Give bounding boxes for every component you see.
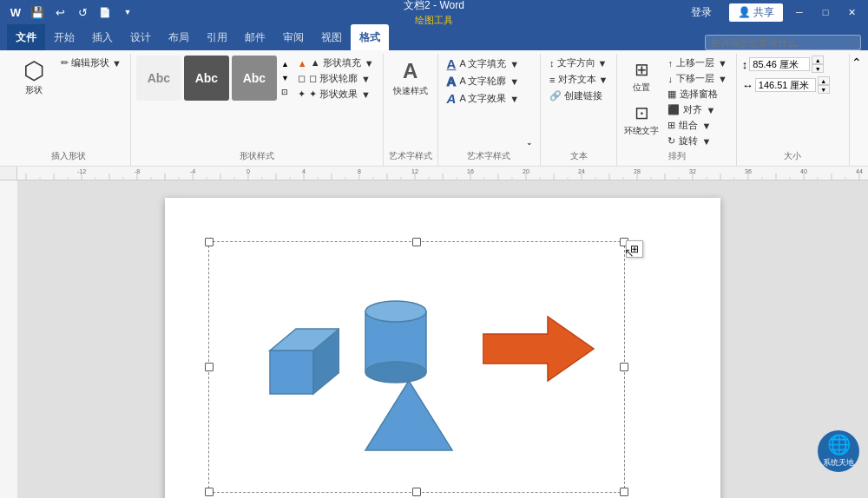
bring-forward-button[interactable]: ↑ 上移一层 ▼ (664, 56, 730, 70)
bring-forward-icon: ↑ (667, 58, 673, 69)
tab-insert[interactable]: 插入 (83, 24, 122, 50)
quick-style-label: 快速样式 (393, 85, 428, 97)
shape-icon: ⬡ (23, 59, 44, 83)
share-icon: 👤 (738, 6, 751, 18)
document-title: 文档2 - Word (404, 0, 464, 13)
text-fill-button[interactable]: A A 文字填充 ▼ (444, 56, 523, 72)
width-decrement-button[interactable]: ▼ (818, 85, 830, 94)
selection-pane-button[interactable]: ▦ 选择窗格 (664, 87, 730, 102)
wrap-text-button[interactable]: ⊡ 环绕文字 (622, 99, 661, 141)
height-decrement-button[interactable]: ▼ (812, 64, 824, 73)
ruler-ticks: -12-8-4048121620242832364044 (17, 167, 868, 180)
tab-format[interactable]: 格式 (351, 24, 389, 50)
tab-home[interactable]: 开始 (45, 24, 83, 50)
group-shape-style: Abc Abc Abc ▲ ▼ ⊡ ▲ (131, 54, 384, 166)
shape-triangle[interactable] (361, 377, 457, 457)
shape-effect-icon: ✦ (298, 88, 306, 100)
quick-style-button[interactable]: A 快速样式 (389, 56, 432, 101)
selection-box[interactable]: ⊞ ↖ (208, 241, 625, 493)
text-align-button[interactable]: ≡ 对齐文本 ▼ (546, 72, 611, 87)
svg-text:32: 32 (689, 168, 696, 174)
content-wrapper: ⊞ ↖ 🌐 系统天地 (0, 180, 868, 498)
word-icon: W (7, 3, 24, 21)
customize-qat-button[interactable]: ▼ (118, 3, 137, 22)
layer-col: ↑ 上移一层 ▼ ↓ 下移一层 ▼ ▦ 选择窗格 ⬛ (664, 56, 730, 148)
shape-effect-button[interactable]: ✦ ✦ 形状效果 ▼ (294, 87, 378, 102)
rotate-button[interactable]: ↻ 旋转 ▼ (664, 134, 730, 148)
maximize-button[interactable]: □ (816, 3, 835, 21)
watermark-text: 系统天地 (823, 457, 854, 469)
shape-fill-button[interactable]: ▲ ▲ 形状填充 ▼ (294, 56, 378, 70)
tab-mail[interactable]: 邮件 (236, 24, 274, 50)
handle-tl[interactable] (205, 238, 214, 246)
shape-outline-button[interactable]: ◻ ◻ 形状轮廓 ▼ (294, 71, 378, 86)
handle-tc[interactable] (412, 238, 421, 246)
tab-view[interactable]: 视图 (312, 24, 351, 50)
handle-bc[interactable] (412, 488, 421, 496)
svg-rect-77 (0, 180, 17, 498)
pos-wrap-col: ⊞ 位置 ⊡ 环绕文字 (622, 56, 661, 141)
handle-ml[interactable] (205, 363, 214, 371)
width-input[interactable] (755, 78, 816, 92)
style-nav: ▲ ▼ ⊡ (279, 58, 291, 98)
ruler-corner (0, 167, 17, 180)
undo-button[interactable]: ↩ (50, 3, 69, 22)
send-backward-button[interactable]: ↓ 下移一层 ▼ (664, 71, 730, 86)
style-expand-button[interactable]: ⊡ (279, 86, 291, 98)
shape-insert-button[interactable]: ⬡ 形状 (12, 56, 56, 99)
handle-mr[interactable] (620, 363, 628, 371)
text-dir-icon: ↕ (549, 58, 555, 69)
tab-file[interactable]: 文件 (7, 24, 45, 50)
shape-3d-box[interactable] (253, 320, 339, 410)
title-center: 文档2 - Word 绘图工具 (404, 0, 464, 27)
style-up-button[interactable]: ▲ (279, 58, 291, 70)
height-row: ↕ ▲ ▼ (742, 56, 825, 73)
tab-references[interactable]: 引用 (198, 24, 236, 50)
arrange-group-label: 排列 (668, 148, 686, 164)
document-area: ⊞ ↖ (17, 180, 868, 498)
edit-shape-button[interactable]: ✏ 编辑形状 ▼ (57, 56, 125, 70)
ruler-area: -12-8-4048121620242832364044 (0, 167, 868, 180)
save-button[interactable]: 💾 (28, 3, 47, 22)
ribbon-content: ⬡ 形状 ✏ 编辑形状 ▼ 插入形状 Abc (0, 50, 868, 167)
create-link-button[interactable]: 🔗 创建链接 (546, 88, 606, 103)
share-button[interactable]: 👤 共享 (729, 3, 783, 22)
height-input[interactable] (749, 57, 810, 71)
ribbon-collapse-button[interactable]: ⌃ (850, 54, 864, 71)
style-preview-1[interactable]: Abc (136, 56, 181, 101)
style-down-button[interactable]: ▼ (279, 72, 291, 84)
tab-review[interactable]: 审阅 (274, 24, 312, 50)
height-increment-button[interactable]: ▲ (812, 56, 824, 64)
close-button[interactable]: ✕ (842, 3, 861, 21)
shape-arrow[interactable] (483, 310, 595, 390)
text-effect-button[interactable]: A A 文字效果 ▼ (444, 90, 523, 107)
text-direction-button[interactable]: ↕ 文字方向 ▼ (546, 56, 610, 70)
width-increment-button[interactable]: ▲ (818, 76, 830, 85)
position-button[interactable]: ⊞ 位置 (622, 56, 661, 97)
minimize-button[interactable]: ─ (790, 3, 809, 21)
login-button[interactable]: 登录 (684, 3, 719, 22)
redo-button[interactable]: ↺ (73, 3, 92, 22)
shape-outline-icon: ◻ (298, 73, 306, 84)
tab-design[interactable]: 设计 (122, 24, 160, 50)
svg-text:8: 8 (358, 168, 361, 174)
handle-bl[interactable] (205, 488, 214, 496)
watermark-icon: 🌐 (827, 434, 851, 456)
selection-pane-icon: ▦ (667, 88, 676, 100)
svg-text:-12: -12 (77, 168, 86, 174)
new-doc-button[interactable]: 📄 (95, 3, 115, 22)
group-artistic-text: A A 文字填充 ▼ A A 文字轮廓 ▼ A A 文字效果 ▼ (438, 54, 542, 166)
tab-layout[interactable]: 布局 (160, 24, 198, 50)
text-outline-arrow: ▼ (510, 76, 519, 87)
handle-br[interactable] (620, 488, 628, 496)
style-preview-2[interactable]: Abc (184, 56, 229, 101)
text-outline-button[interactable]: A A 文字轮廓 ▼ (444, 73, 523, 89)
svg-point-83 (365, 301, 426, 322)
group-button[interactable]: ⊞ 组合 ▼ (664, 118, 730, 133)
artistic-expand-button[interactable]: ⌄ (524, 136, 535, 148)
align-icon: ⬛ (667, 104, 680, 115)
search-input[interactable] (705, 35, 861, 50)
text-align-icon: ≡ (549, 75, 555, 85)
align-button[interactable]: ⬛ 对齐 ▼ (664, 102, 730, 117)
style-preview-3[interactable]: Abc (232, 56, 277, 101)
